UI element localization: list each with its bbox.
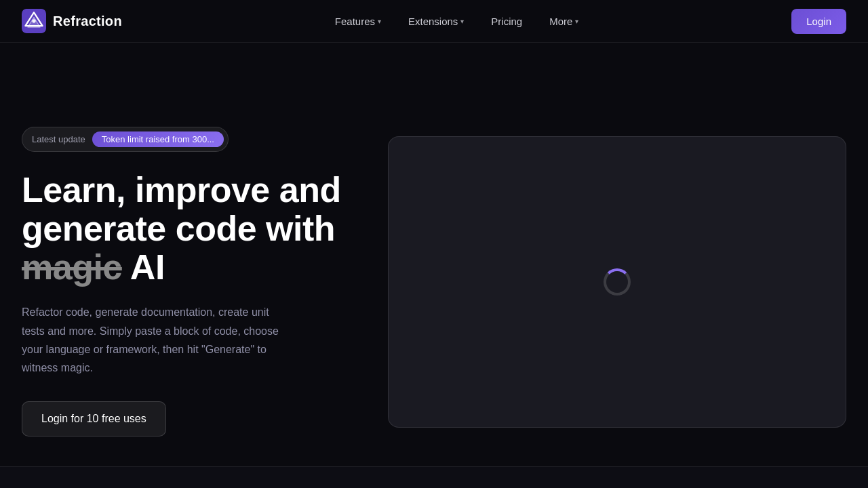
hero-heading: Learn, improve and generate code with ma… — [22, 171, 347, 287]
svg-point-3 — [32, 19, 35, 22]
strikethrough-text: magic — [22, 247, 122, 287]
footer-bar — [0, 466, 868, 488]
nav-features[interactable]: Features ▾ — [324, 10, 392, 33]
logo-link[interactable]: Refraction — [22, 9, 122, 33]
navbar: Refraction Features ▾ Extensions ▾ Prici… — [0, 0, 868, 43]
hero-left: Latest update Token limit raised from 30… — [22, 127, 347, 436]
logo-icon — [22, 9, 46, 33]
nav-more[interactable]: More ▾ — [538, 10, 589, 33]
badge-tag: Token limit raised from 300... — [92, 131, 224, 147]
nav-right: Login — [791, 9, 846, 34]
ai-text: AI — [130, 247, 165, 287]
hero-description: Refactor code, generate documentation, c… — [22, 303, 279, 377]
badge-label: Latest update — [32, 134, 85, 144]
nav-pricing[interactable]: Pricing — [480, 10, 533, 33]
preview-panel — [388, 136, 846, 428]
nav-links: Features ▾ Extensions ▾ Pricing More ▾ — [324, 10, 590, 33]
features-chevron-icon: ▾ — [378, 18, 381, 25]
main-content: Latest update Token limit raised from 30… — [0, 70, 868, 488]
cta-login-button[interactable]: Login for 10 free uses — [22, 401, 166, 436]
loading-spinner — [604, 268, 631, 296]
extensions-chevron-icon: ▾ — [460, 18, 464, 25]
update-badge: Latest update Token limit raised from 30… — [22, 127, 229, 152]
login-button[interactable]: Login — [791, 9, 846, 34]
nav-extensions[interactable]: Extensions ▾ — [397, 10, 475, 33]
more-chevron-icon: ▾ — [575, 18, 578, 25]
logo-text: Refraction — [53, 14, 122, 29]
